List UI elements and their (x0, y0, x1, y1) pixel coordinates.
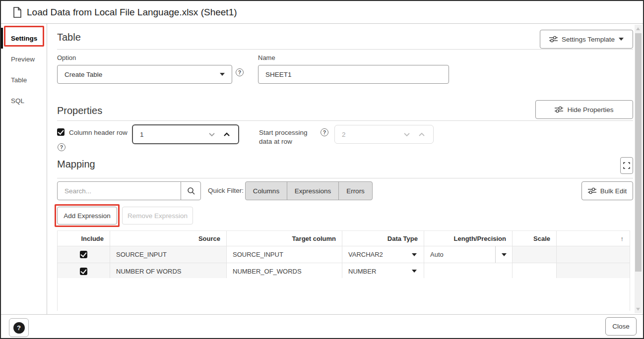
sidebar-item-label: Table (11, 76, 27, 84)
include-checkbox[interactable] (80, 268, 87, 275)
scrollbar-up-icon[interactable] (636, 27, 640, 30)
sidebar-item-preview[interactable]: Preview (1, 52, 47, 66)
load-data-dialog: Load Data from Local File Language.xlsx … (0, 0, 644, 339)
extra-cell (557, 263, 630, 280)
chevron-down-icon (619, 38, 624, 41)
source-cell: SOURCE_INPUT (110, 246, 227, 263)
titlebar: Load Data from Local File Language.xlsx … (1, 1, 643, 24)
search-input[interactable] (57, 181, 181, 200)
filter-columns-button[interactable]: Columns (245, 181, 287, 200)
option-help-icon[interactable]: ? (236, 68, 244, 76)
col-header-length-precision: Length/Precision (424, 231, 513, 246)
column-header-row-help-icon[interactable]: ? (58, 143, 65, 151)
extra-cell (557, 246, 630, 263)
mapping-grid: Include Source Target column Data Type L… (57, 230, 630, 280)
scale-cell (513, 246, 557, 263)
include-cell (57, 246, 110, 263)
column-header-row-value: 1 (133, 131, 208, 138)
grid-empty-area (57, 278, 630, 311)
close-button[interactable]: Close (605, 317, 637, 336)
data-type-cell[interactable]: NUMBER (342, 263, 424, 280)
mapping-section-heading: Mapping (57, 159, 95, 170)
col-header-source: Source (110, 231, 227, 246)
close-label: Close (612, 323, 630, 330)
start-processing-value: 2 (335, 131, 403, 138)
remove-expression-button: Remove Expression (122, 207, 193, 225)
include-checkbox[interactable] (80, 251, 87, 258)
data-type-cell[interactable]: VARCHAR2 (342, 246, 424, 263)
table-section-heading: Table (57, 32, 81, 43)
filter-label: Columns (253, 187, 279, 195)
length-value: Auto (430, 251, 444, 258)
start-processing-spinner: 2 (334, 125, 434, 144)
bulk-edit-button[interactable]: Bulk Edit (581, 181, 633, 200)
option-selected-value: Create Table (64, 71, 102, 78)
settings-template-label: Settings Template (562, 36, 615, 43)
spinner-increment-icon[interactable] (223, 132, 230, 137)
sidebar-item-settings[interactable]: Settings (1, 31, 47, 46)
vertical-scrollbar[interactable] (635, 25, 642, 313)
sidebar-item-label: SQL (11, 97, 24, 105)
col-header-scale: Scale (513, 231, 557, 246)
file-icon (13, 7, 22, 18)
dialog-title: Load Data from Local File Language.xlsx … (27, 7, 237, 18)
spinner-decrement-icon (403, 132, 410, 137)
length-precision-cell[interactable]: Auto (424, 246, 513, 263)
add-expression-button[interactable]: Add Expression (57, 207, 117, 225)
chevron-down-icon (220, 73, 225, 76)
bulk-edit-label: Bulk Edit (600, 187, 627, 195)
sidebar-item-label: Settings (11, 35, 37, 42)
source-cell: NUMBER OF WORDS (110, 263, 227, 280)
option-select[interactable]: Create Table (57, 65, 232, 84)
sidebar-item-table[interactable]: Table (1, 72, 47, 87)
filter-errors-button[interactable]: Errors (338, 181, 373, 200)
target-column-cell[interactable]: SOURCE_INPUT (227, 246, 342, 263)
scale-cell[interactable] (513, 263, 557, 280)
grid-row-number-of-words: NUMBER OF WORDS NUMBER_OF_WORDS NUMBER (57, 263, 630, 280)
spinner-increment-icon (418, 132, 425, 137)
grid-header-row: Include Source Target column Data Type L… (57, 230, 630, 246)
name-field[interactable] (258, 65, 449, 84)
col-header-sort[interactable]: ↑ (557, 231, 630, 246)
column-header-row-checkbox[interactable] (57, 128, 64, 136)
target-column-cell[interactable]: NUMBER_OF_WORDS (227, 263, 342, 280)
search-button[interactable] (181, 181, 201, 200)
grid-row-source-input: SOURCE_INPUT SOURCE_INPUT VARCHAR2 Auto (57, 246, 630, 263)
sliders-icon (588, 187, 596, 194)
remove-expression-label: Remove Expression (128, 212, 188, 220)
maximize-icon (623, 162, 630, 169)
add-expression-label: Add Expression (64, 212, 111, 220)
sort-ascending-icon: ↑ (621, 235, 624, 242)
column-header-row-spinner[interactable]: 1 (132, 124, 239, 144)
data-type-value: VARCHAR2 (348, 251, 383, 258)
search-icon (187, 187, 195, 195)
help-icon: ? (13, 322, 25, 334)
column-header-row-label: Column header row (69, 129, 128, 136)
settings-template-button[interactable]: Settings Template (540, 30, 633, 49)
scrollbar-thumb[interactable] (635, 33, 642, 272)
col-header-data-type: Data Type (342, 231, 424, 246)
filter-expressions-button[interactable]: Expressions (287, 181, 339, 200)
start-processing-label: Start processing data at row (259, 128, 318, 146)
help-button[interactable]: ? (9, 318, 29, 337)
length-dropdown-button[interactable] (495, 246, 512, 263)
sliders-icon (555, 106, 563, 113)
maximize-button[interactable] (620, 157, 633, 174)
sidebar: Settings Preview Table SQL (1, 24, 47, 314)
hide-properties-button[interactable]: Hide Properties (535, 100, 633, 119)
length-precision-cell[interactable] (424, 263, 513, 280)
properties-section-divider (57, 120, 633, 121)
option-label: Option (57, 54, 76, 61)
scrollbar-down-icon[interactable] (636, 308, 640, 311)
properties-section-heading: Properties (57, 105, 102, 116)
col-header-include: Include (57, 231, 110, 246)
filter-label: Errors (346, 187, 365, 195)
sidebar-item-sql[interactable]: SQL (1, 93, 47, 108)
data-type-value: NUMBER (348, 268, 376, 275)
start-processing-help-icon[interactable]: ? (321, 128, 328, 136)
table-section-divider (57, 49, 633, 50)
include-cell (57, 263, 110, 280)
chevron-down-icon (412, 253, 417, 256)
col-header-target-column: Target column (227, 231, 342, 246)
spinner-decrement-icon[interactable] (208, 132, 215, 137)
